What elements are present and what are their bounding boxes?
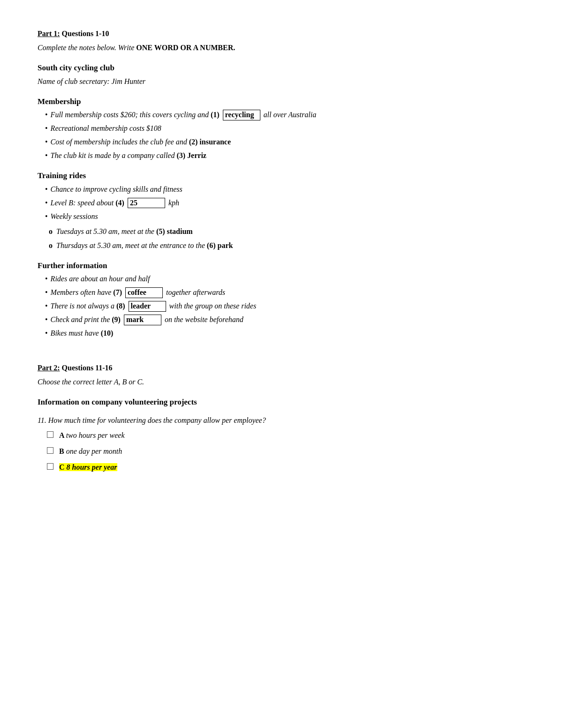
training-header: Training rides	[38, 170, 525, 182]
bullet-dot: •	[45, 184, 48, 195]
answer-4[interactable]: 25	[128, 198, 165, 209]
option-b-row: B one day per month	[47, 446, 525, 457]
part1-instruction: Complete the notes below. Write ONE WORD…	[38, 42, 525, 53]
answer-num-3: (3) Jerriz	[176, 151, 206, 159]
option-c-label: 8 hours per year	[67, 463, 117, 471]
further-text-4b: on the website beforehand	[163, 315, 243, 323]
part2-label: Part 2:	[38, 364, 60, 372]
o-text-2: Thursdays at 5.30 am, meet at the entran…	[56, 241, 207, 249]
bullet-dot: •	[45, 211, 48, 222]
o-char: o	[49, 240, 53, 251]
club-secretary: Name of club secretary: Jim Hunter	[38, 76, 525, 87]
o-item-2: o Thursdays at 5.30 am, meet at the entr…	[49, 240, 525, 251]
q11-text: 11. How much time for volunteering does …	[38, 415, 525, 426]
answer-num-9: (9)	[112, 315, 122, 323]
bullet-dot: •	[45, 150, 48, 161]
o-item-1: o Tuesdays at 5.30 am, meet at the (5) s…	[49, 226, 525, 237]
bullet-dot: •	[45, 328, 48, 339]
further-text-1: Rides are about an hour and half	[51, 273, 150, 285]
train-text-1: Chance to improve cycling skills and fit…	[51, 184, 183, 195]
option-c-text: C 8 hours per year	[59, 462, 117, 473]
bullet-dot: •	[45, 109, 48, 120]
further-item-3: • There is not always a (8) leader with …	[45, 300, 525, 312]
answer-num-1: (1)	[211, 111, 221, 119]
answer-num-5: (5) stadium	[156, 227, 193, 235]
further-item-4: • Check and print the (9) mark on the we…	[45, 314, 525, 325]
part2-label-rest: Questions 11-16	[60, 364, 113, 372]
option-a-row: A two hours per week	[47, 430, 525, 441]
checkbox-c[interactable]	[47, 463, 53, 470]
answer-9[interactable]: mark	[124, 315, 161, 325]
part2-header: Part 2: Questions 11-16	[38, 362, 525, 374]
question-11: 11. How much time for volunteering does …	[38, 415, 525, 473]
part2-section: Part 2: Questions 11-16 Choose the corre…	[38, 362, 525, 473]
mem-text-3: Cost of membership includes the club fee…	[51, 138, 189, 146]
further-text-5: Bikes must have	[51, 329, 101, 337]
membership-item-4: • The club kit is made by a company call…	[45, 150, 525, 161]
membership-item-2: • Recreational membership costs $108	[45, 123, 525, 134]
training-item-1: • Chance to improve cycling skills and f…	[45, 184, 525, 195]
further-text-3b: with the group on these rides	[167, 302, 257, 310]
weekly-sessions: Weekly sessions	[51, 211, 98, 222]
membership-item-3: • Cost of membership includes the club f…	[45, 136, 525, 148]
option-c-row: C 8 hours per year	[47, 462, 525, 473]
option-b-text: B one day per month	[59, 446, 122, 457]
train-kph: kph	[167, 199, 179, 207]
part1-label-rest: Questions 1-10	[60, 30, 109, 38]
part1-label: Part 1:	[38, 30, 60, 38]
mem-text-2: Recreational membership costs $108	[51, 123, 161, 134]
part1-header: Part 1: Questions 1-10	[38, 28, 525, 39]
bullet-dot: •	[45, 300, 48, 312]
training-item-2: • Level B: speed about (4) 25 kph	[45, 197, 525, 209]
checkbox-b[interactable]	[47, 447, 53, 454]
bullet-dot: •	[45, 136, 48, 148]
option-b-letter: B	[59, 447, 66, 455]
checkbox-a[interactable]	[47, 431, 53, 438]
bullet-dot: •	[45, 287, 48, 298]
option-b-label: one day per month	[66, 447, 122, 455]
training-item-3: • Weekly sessions	[45, 211, 525, 222]
answer-7[interactable]: coffee	[125, 287, 163, 298]
further-header: Further information	[38, 260, 525, 272]
further-item-2: • Members often have (7) coffee together…	[45, 287, 525, 298]
option-a-label: two hours per week	[66, 431, 125, 439]
mem-text-1: Full membership costs $260; this covers …	[51, 111, 211, 119]
answer-num-7: (7)	[113, 288, 124, 296]
part2-section-title: Information on company volunteering proj…	[38, 396, 525, 408]
further-text-4: Check and print the	[51, 315, 112, 323]
o-char: o	[49, 226, 53, 237]
answer-num-10: (10)	[101, 329, 114, 337]
answer-num-4: (4)	[115, 199, 126, 207]
membership-header: Membership	[38, 96, 525, 108]
bullet-dot: •	[45, 273, 48, 285]
answer-1[interactable]: recycling	[223, 110, 260, 120]
bullet-dot: •	[45, 314, 48, 325]
mem-text-4: The club kit is made by a company called	[51, 151, 177, 159]
option-a-text: A two hours per week	[59, 430, 125, 441]
answer-num-8: (8)	[116, 302, 127, 310]
further-text-2: Members often have	[51, 288, 114, 296]
bullet-dot: •	[45, 123, 48, 134]
further-text-3: There is not always a	[51, 302, 116, 310]
answer-8[interactable]: leader	[129, 301, 166, 312]
further-text-2b: together afterwards	[164, 288, 225, 296]
further-item-5: • Bikes must have (10)	[45, 328, 525, 339]
membership-item-1: • Full membership costs $260; this cover…	[45, 109, 525, 120]
q11-body: How much time for volunteering does the …	[48, 416, 266, 424]
q11-number: 11.	[38, 416, 48, 424]
option-a-letter: A	[59, 431, 66, 439]
answer-num-2: (2) insurance	[189, 138, 231, 146]
mem-text-1b: all over Australia	[262, 111, 317, 119]
bullet-dot: •	[45, 197, 48, 209]
part2-instruction: Choose the correct letter A, B or C.	[38, 376, 525, 388]
train-text-2: Level B: speed about	[51, 199, 116, 207]
option-c-letter: C	[59, 463, 67, 471]
answer-num-6: (6) park	[207, 241, 233, 249]
o-text-1: Tuesdays at 5.30 am, meet at the	[56, 227, 156, 235]
further-item-1: • Rides are about an hour and half	[45, 273, 525, 285]
club-name: South city cycling club	[38, 62, 525, 74]
